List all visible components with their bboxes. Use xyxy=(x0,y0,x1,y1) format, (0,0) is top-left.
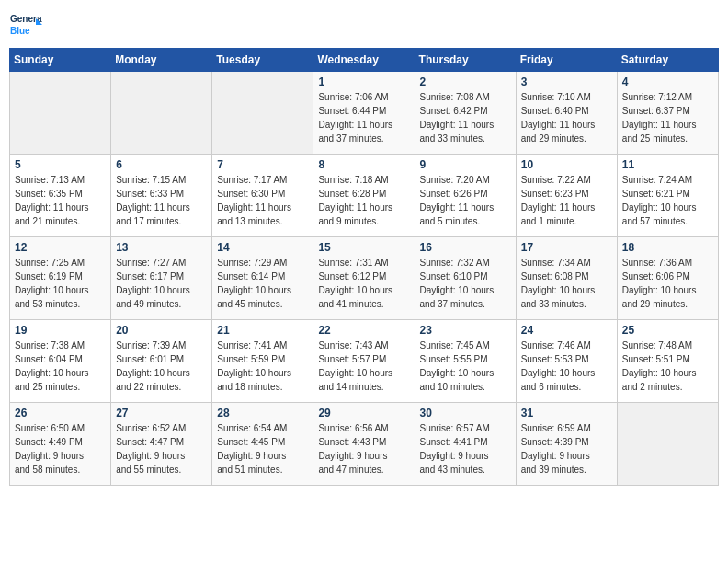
day-info: Sunrise: 7:39 AM Sunset: 6:01 PM Dayligh… xyxy=(116,339,207,394)
calendar-cell: 6Sunrise: 7:15 AM Sunset: 6:33 PM Daylig… xyxy=(111,155,212,237)
calendar-cell: 15Sunrise: 7:31 AM Sunset: 6:12 PM Dayli… xyxy=(313,237,415,320)
calendar-cell: 1Sunrise: 7:06 AM Sunset: 6:44 PM Daylig… xyxy=(313,72,415,155)
day-number: 15 xyxy=(318,241,409,254)
calendar-header-wednesday: Wednesday xyxy=(313,49,415,72)
day-number: 21 xyxy=(217,324,308,337)
day-number: 10 xyxy=(521,158,612,171)
calendar-week-1: 1Sunrise: 7:06 AM Sunset: 6:44 PM Daylig… xyxy=(10,72,719,155)
calendar-header-thursday: Thursday xyxy=(415,49,516,72)
day-number: 26 xyxy=(15,407,106,419)
day-number: 13 xyxy=(116,241,207,254)
day-number: 18 xyxy=(622,241,713,254)
calendar-cell: 18Sunrise: 7:36 AM Sunset: 6:06 PM Dayli… xyxy=(617,237,718,320)
calendar-cell xyxy=(212,72,313,155)
day-info: Sunrise: 7:06 AM Sunset: 6:44 PM Dayligh… xyxy=(318,90,409,145)
calendar-cell: 10Sunrise: 7:22 AM Sunset: 6:23 PM Dayli… xyxy=(516,155,617,237)
day-number: 1 xyxy=(318,75,409,88)
calendar-week-4: 19Sunrise: 7:38 AM Sunset: 6:04 PM Dayli… xyxy=(10,320,719,403)
logo-icon: General Blue xyxy=(9,9,42,42)
calendar-cell: 31Sunrise: 6:59 AM Sunset: 4:39 PM Dayli… xyxy=(516,403,617,486)
day-info: Sunrise: 7:27 AM Sunset: 6:17 PM Dayligh… xyxy=(116,256,207,311)
calendar-cell: 5Sunrise: 7:13 AM Sunset: 6:35 PM Daylig… xyxy=(10,155,111,237)
day-info: Sunrise: 7:15 AM Sunset: 6:33 PM Dayligh… xyxy=(116,173,207,228)
day-number: 17 xyxy=(521,241,612,254)
calendar-cell: 2Sunrise: 7:08 AM Sunset: 6:42 PM Daylig… xyxy=(415,72,516,155)
calendar-cell: 29Sunrise: 6:56 AM Sunset: 4:43 PM Dayli… xyxy=(313,403,415,486)
day-info: Sunrise: 7:46 AM Sunset: 5:53 PM Dayligh… xyxy=(521,339,612,394)
day-number: 16 xyxy=(420,241,511,254)
day-number: 14 xyxy=(217,241,308,254)
day-info: Sunrise: 6:50 AM Sunset: 4:49 PM Dayligh… xyxy=(15,421,106,477)
day-number: 19 xyxy=(15,324,106,337)
day-number: 6 xyxy=(116,158,207,171)
day-number: 30 xyxy=(420,407,511,419)
day-number: 8 xyxy=(318,158,409,171)
day-number: 23 xyxy=(420,324,511,337)
day-number: 4 xyxy=(622,75,713,88)
calendar-cell: 21Sunrise: 7:41 AM Sunset: 5:59 PM Dayli… xyxy=(212,320,313,403)
calendar-cell: 20Sunrise: 7:39 AM Sunset: 6:01 PM Dayli… xyxy=(111,320,212,403)
calendar-cell: 12Sunrise: 7:25 AM Sunset: 6:19 PM Dayli… xyxy=(10,237,111,320)
calendar-week-3: 12Sunrise: 7:25 AM Sunset: 6:19 PM Dayli… xyxy=(10,237,719,320)
day-number: 20 xyxy=(116,324,207,337)
day-info: Sunrise: 7:20 AM Sunset: 6:26 PM Dayligh… xyxy=(420,173,511,228)
calendar-header-tuesday: Tuesday xyxy=(212,49,313,72)
day-number: 28 xyxy=(217,407,308,419)
day-info: Sunrise: 7:38 AM Sunset: 6:04 PM Dayligh… xyxy=(15,339,106,394)
day-info: Sunrise: 7:13 AM Sunset: 6:35 PM Dayligh… xyxy=(15,173,106,228)
day-number: 31 xyxy=(521,407,612,419)
calendar-week-2: 5Sunrise: 7:13 AM Sunset: 6:35 PM Daylig… xyxy=(10,155,719,237)
day-info: Sunrise: 6:57 AM Sunset: 4:41 PM Dayligh… xyxy=(420,421,511,477)
calendar-cell: 23Sunrise: 7:45 AM Sunset: 5:55 PM Dayli… xyxy=(415,320,516,403)
day-info: Sunrise: 6:56 AM Sunset: 4:43 PM Dayligh… xyxy=(318,421,409,477)
day-number: 5 xyxy=(15,158,106,171)
calendar-cell: 24Sunrise: 7:46 AM Sunset: 5:53 PM Dayli… xyxy=(516,320,617,403)
calendar-cell xyxy=(617,403,718,486)
day-number: 7 xyxy=(217,158,308,171)
day-number: 24 xyxy=(521,324,612,337)
calendar-header-monday: Monday xyxy=(111,49,212,72)
calendar-header-saturday: Saturday xyxy=(617,49,718,72)
calendar-cell: 3Sunrise: 7:10 AM Sunset: 6:40 PM Daylig… xyxy=(516,72,617,155)
calendar-cell: 8Sunrise: 7:18 AM Sunset: 6:28 PM Daylig… xyxy=(313,155,415,237)
day-info: Sunrise: 7:45 AM Sunset: 5:55 PM Dayligh… xyxy=(420,339,511,394)
day-info: Sunrise: 7:24 AM Sunset: 6:21 PM Dayligh… xyxy=(622,173,713,228)
day-number: 11 xyxy=(622,158,713,171)
calendar-cell: 14Sunrise: 7:29 AM Sunset: 6:14 PM Dayli… xyxy=(212,237,313,320)
calendar-cell xyxy=(111,72,212,155)
day-info: Sunrise: 7:12 AM Sunset: 6:37 PM Dayligh… xyxy=(622,90,713,145)
calendar-header-sunday: Sunday xyxy=(10,49,111,72)
calendar-cell: 19Sunrise: 7:38 AM Sunset: 6:04 PM Dayli… xyxy=(10,320,111,403)
day-number: 29 xyxy=(318,407,409,419)
svg-text:Blue: Blue xyxy=(10,26,30,36)
day-info: Sunrise: 7:18 AM Sunset: 6:28 PM Dayligh… xyxy=(318,173,409,228)
calendar-cell: 30Sunrise: 6:57 AM Sunset: 4:41 PM Dayli… xyxy=(415,403,516,486)
day-info: Sunrise: 7:17 AM Sunset: 6:30 PM Dayligh… xyxy=(217,173,308,228)
day-info: Sunrise: 7:22 AM Sunset: 6:23 PM Dayligh… xyxy=(521,173,612,228)
day-info: Sunrise: 6:59 AM Sunset: 4:39 PM Dayligh… xyxy=(521,421,612,477)
day-info: Sunrise: 6:54 AM Sunset: 4:45 PM Dayligh… xyxy=(217,421,308,477)
day-number: 2 xyxy=(420,75,511,88)
calendar-table: SundayMondayTuesdayWednesdayThursdayFrid… xyxy=(9,48,719,486)
calendar-cell xyxy=(10,72,111,155)
calendar-cell: 26Sunrise: 6:50 AM Sunset: 4:49 PM Dayli… xyxy=(10,403,111,486)
calendar-cell: 11Sunrise: 7:24 AM Sunset: 6:21 PM Dayli… xyxy=(617,155,718,237)
day-info: Sunrise: 7:34 AM Sunset: 6:08 PM Dayligh… xyxy=(521,256,612,311)
calendar-cell: 16Sunrise: 7:32 AM Sunset: 6:10 PM Dayli… xyxy=(415,237,516,320)
calendar-cell: 27Sunrise: 6:52 AM Sunset: 4:47 PM Dayli… xyxy=(111,403,212,486)
day-number: 22 xyxy=(318,324,409,337)
calendar-header-friday: Friday xyxy=(516,49,617,72)
day-info: Sunrise: 6:52 AM Sunset: 4:47 PM Dayligh… xyxy=(116,421,207,477)
day-number: 25 xyxy=(622,324,713,337)
day-info: Sunrise: 7:41 AM Sunset: 5:59 PM Dayligh… xyxy=(217,339,308,394)
day-info: Sunrise: 7:31 AM Sunset: 6:12 PM Dayligh… xyxy=(318,256,409,311)
day-number: 3 xyxy=(521,75,612,88)
calendar-week-5: 26Sunrise: 6:50 AM Sunset: 4:49 PM Dayli… xyxy=(10,403,719,486)
day-info: Sunrise: 7:10 AM Sunset: 6:40 PM Dayligh… xyxy=(521,90,612,145)
logo: General Blue xyxy=(9,9,42,42)
day-info: Sunrise: 7:29 AM Sunset: 6:14 PM Dayligh… xyxy=(217,256,308,311)
day-info: Sunrise: 7:25 AM Sunset: 6:19 PM Dayligh… xyxy=(15,256,106,311)
calendar-cell: 17Sunrise: 7:34 AM Sunset: 6:08 PM Dayli… xyxy=(516,237,617,320)
day-info: Sunrise: 7:43 AM Sunset: 5:57 PM Dayligh… xyxy=(318,339,409,394)
day-number: 12 xyxy=(15,241,106,254)
